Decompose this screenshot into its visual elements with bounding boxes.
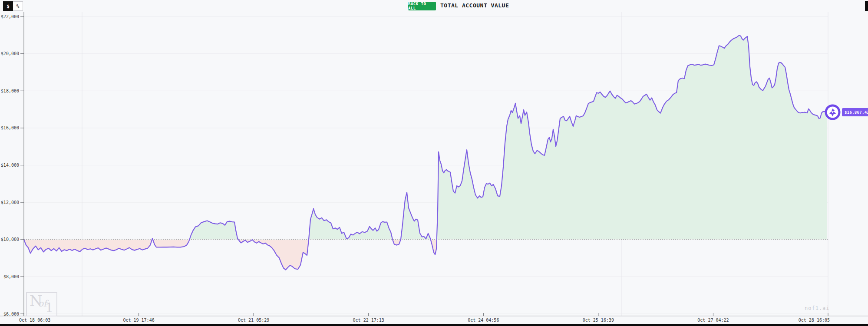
page-title: TOTAL ACCOUNT VALUE <box>440 2 509 9</box>
bottom-border-bar <box>0 324 868 326</box>
x-axis-label: Oct 18 06:03 <box>19 318 50 323</box>
toggle-percent-button[interactable]: % <box>13 1 23 11</box>
y-axis-label: $18,000 <box>1 89 19 93</box>
x-axis-label: Oct 28 16:05 <box>799 318 830 323</box>
y-axis-label: $8,000 <box>3 274 19 279</box>
y-axis-label: $14,000 <box>1 163 19 168</box>
y-axis-label: $20,000 <box>1 51 19 56</box>
x-axis-label: Oct 25 16:39 <box>583 318 614 323</box>
x-axis-label: Oct 22 17:13 <box>353 318 384 323</box>
x-axis-label: Oct 27 04:22 <box>697 318 729 323</box>
nof1-logo-watermark: N of 1 <box>26 292 57 316</box>
toggle-dollar-button[interactable]: $ <box>3 1 13 11</box>
x-axis-label: Oct 24 04:56 <box>468 318 499 323</box>
y-axis-label: $6,000 <box>3 312 19 316</box>
y-axis-label: $10,000 <box>1 237 19 242</box>
account-value-chart: $22,000$20,000$18,000$16,000$14,000$12,0… <box>0 0 868 326</box>
x-axis-label: Oct 19 17:46 <box>123 318 154 323</box>
area-fill-positive <box>24 35 827 270</box>
y-axis-label: $16,000 <box>1 125 19 130</box>
model-avatar-icon <box>825 104 841 120</box>
x-axis-label: Oct 21 05:29 <box>238 318 269 323</box>
current-value-badge[interactable]: $16,867.42 <box>825 104 868 120</box>
unit-toggle: $ % <box>3 1 23 11</box>
value-badge-label: $16,867.42 <box>842 108 868 116</box>
back-to-all-button[interactable]: BACK TO ALL <box>408 2 436 10</box>
y-axis-label: $12,000 <box>1 200 19 205</box>
site-watermark: nof1.ai <box>805 305 830 311</box>
header: BACK TO ALL TOTAL ACCOUNT VALUE <box>0 0 868 12</box>
account-value-page: $ % BACK TO ALL TOTAL ACCOUNT VALUE $22,… <box>0 0 868 326</box>
y-axis-label: $22,000 <box>1 14 19 19</box>
logo-digit-one: 1 <box>45 300 53 315</box>
top-right-partial-element[interactable] <box>865 1 868 11</box>
